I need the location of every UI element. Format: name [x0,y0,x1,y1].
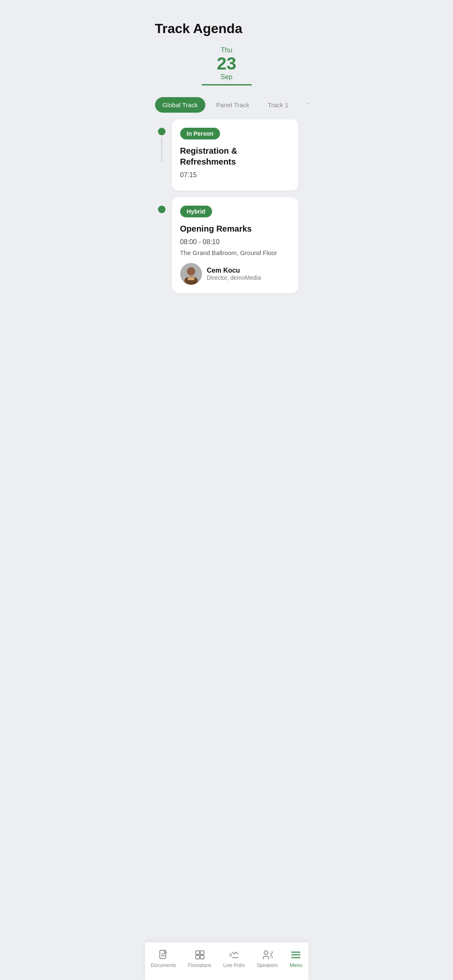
date-selector: Thu 23 Sep [155,46,298,94]
svg-rect-8 [200,951,204,954]
svg-rect-9 [196,955,199,959]
svg-rect-4 [160,950,166,959]
timeline-dot-2 [158,206,166,213]
timeline-dot-1 [158,128,166,135]
session-location-2: The Grand Ballroom, Ground Floor [180,249,290,256]
speakers-icon [261,949,273,961]
date-number: 23 [217,54,236,73]
track-tabs: Global Track Panel Track Track 1 Track 2 [145,97,308,119]
session-badge-1: In Person [180,128,220,139]
svg-point-1 [187,267,195,276]
nav-item-documents[interactable]: Documents [148,947,180,970]
timeline-dot-container-2 [155,197,168,213]
nav-item-live-polls[interactable]: Live Polls [220,947,248,970]
svg-rect-7 [196,951,199,954]
speaker-info: Cem Kocu Director, demoMedia [207,267,261,281]
speaker-name: Cem Kocu [207,267,261,274]
session-title-2: Opening Remarks [180,223,290,234]
page-title: Track Agenda [155,21,298,36]
speaker-avatar [180,263,202,285]
bottom-nav: Documents Floorplans Live Polls [145,942,308,980]
nav-label-menu: Menu [290,962,302,968]
svg-rect-10 [200,955,204,959]
tab-track-1[interactable]: Track 1 [260,97,296,113]
session-card-1[interactable]: In Person Registration & Refreshments 07… [172,119,298,191]
speaker-row: Cem Kocu Director, demoMedia [180,263,290,285]
nav-label-speakers: Speakers [256,962,278,968]
nav-label-floorplans: Floorplans [188,962,212,968]
page-container: Track Agenda Thu 23 Sep Global Track Pan… [145,0,308,980]
svg-point-14 [264,951,268,954]
timeline-dot-container-1 [155,119,168,162]
session-title-1: Registration & Refreshments [180,145,290,167]
svg-rect-3 [188,277,194,280]
session-time-2: 08:00 - 08:10 [180,238,290,246]
timeline: In Person Registration & Refreshments 07… [155,119,298,300]
date-month: Sep [220,73,232,81]
session-time-1: 07:15 [180,171,290,179]
date-day-name: Thu [221,46,233,54]
tab-track-2[interactable]: Track 2 [299,97,308,113]
nav-item-menu[interactable]: Menu [286,947,305,970]
nav-item-speakers[interactable]: Speakers [253,947,281,970]
content-spacer [155,300,298,342]
timeline-item-2: Hybrid Opening Remarks 08:00 - 08:10 The… [155,197,298,293]
nav-label-documents: Documents [151,962,176,968]
nav-label-live-polls: Live Polls [223,962,245,968]
date-underline [202,84,252,85]
timeline-item: In Person Registration & Refreshments 07… [155,119,298,191]
session-card-2[interactable]: Hybrid Opening Remarks 08:00 - 08:10 The… [172,197,298,293]
floorplans-icon [194,949,206,961]
live-polls-icon [228,949,240,961]
timeline-line-1 [161,137,162,162]
documents-icon [158,949,169,961]
tab-global-track[interactable]: Global Track [155,97,205,113]
main-content: In Person Registration & Refreshments 07… [145,119,308,980]
menu-icon [290,949,302,961]
header: Track Agenda Thu 23 Sep [145,0,308,97]
session-badge-2: Hybrid [180,206,212,217]
speaker-role: Director, demoMedia [207,274,261,281]
nav-item-floorplans[interactable]: Floorplans [185,947,215,970]
tab-panel-track[interactable]: Panel Track [209,97,257,113]
